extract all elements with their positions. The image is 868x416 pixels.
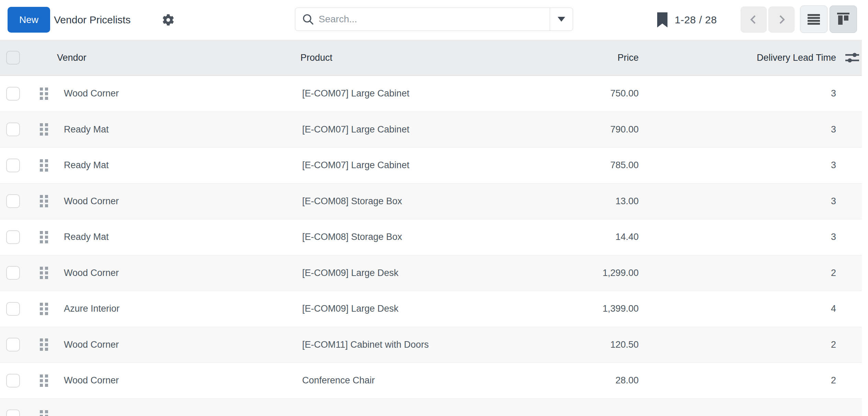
control-panel: New Vendor Pricelists 1-28 — [0, 0, 868, 40]
row-checkbox[interactable] — [6, 159, 20, 172]
drag-handle-icon[interactable] — [40, 88, 48, 100]
column-header-lead-time[interactable]: Delivery Lead Time — [639, 53, 836, 63]
drag-handle-icon[interactable] — [40, 159, 48, 172]
table-header-row: Vendor Product Price Delivery Lead Time — [0, 40, 862, 76]
drag-handle-icon[interactable] — [40, 195, 48, 207]
row-select-cell — [0, 374, 33, 388]
row-select-cell — [0, 409, 33, 416]
vendor-pricelists-table: Vendor Product Price Delivery Lead Time — [0, 40, 862, 416]
product-cell: Conference Chair — [299, 375, 522, 386]
row-checkbox[interactable] — [6, 123, 20, 136]
row-select-cell — [0, 338, 33, 351]
price-cell: 14.40 — [522, 232, 639, 242]
price-cell: 120.50 — [522, 339, 639, 350]
vendor-cell: Wood Corner — [55, 339, 299, 350]
table-row[interactable]: Wood Corner Conference Chair 28.00 2 — [0, 363, 862, 399]
table-row[interactable]: Ready Mat [E-COM08] Storage Box 14.40 3 — [0, 219, 862, 255]
page-title: Vendor Pricelists — [54, 0, 130, 40]
column-header-price[interactable]: Price — [522, 53, 639, 63]
price-cell: 1,299.00 — [522, 268, 639, 278]
search-input[interactable] — [314, 9, 550, 30]
row-select-cell — [0, 266, 33, 280]
pager-range[interactable]: 1-28 / 28 — [675, 0, 717, 40]
price-cell: 790.00 — [522, 124, 639, 135]
price-cell: 1,399.00 — [522, 303, 639, 314]
vendor-cell: Ready Mat — [55, 124, 299, 135]
vendor-cell: Wood Corner — [55, 196, 299, 207]
vendor-cell: Wood Corner — [55, 375, 299, 386]
table-row[interactable]: Ready Mat [E-COM07] Large Cabinet 790.00… — [0, 112, 862, 148]
list-view-icon — [807, 13, 821, 25]
chevron-right-icon — [775, 13, 788, 26]
sliders-icon — [845, 51, 859, 65]
row-checkbox[interactable] — [6, 374, 20, 388]
row-checkbox[interactable] — [6, 87, 20, 101]
lead-time-cell: 3 — [639, 232, 836, 242]
price-cell: 750.00 — [522, 88, 639, 99]
price-cell: 28.00 — [522, 375, 639, 386]
select-all-checkbox[interactable] — [6, 51, 20, 65]
drag-handle-icon[interactable] — [40, 303, 48, 315]
table-row[interactable]: Ready Mat [E-COM07] Large Cabinet 785.00… — [0, 148, 862, 184]
row-select-cell — [0, 230, 33, 244]
pager-next-button[interactable] — [768, 7, 795, 33]
row-select-cell — [0, 194, 33, 208]
row-select-cell — [0, 87, 33, 101]
vendor-cell: Ready Mat — [55, 160, 299, 171]
product-cell: [E-COM08] Storage Box — [299, 232, 522, 242]
vendor-cell: Wood Corner — [55, 268, 299, 278]
list-body: Wood Corner [E-COM07] Large Cabinet 750.… — [0, 76, 862, 416]
vendor-cell: Ready Mat — [55, 232, 299, 242]
drag-handle-icon[interactable] — [40, 374, 48, 387]
row-handle-cell — [33, 231, 55, 243]
row-handle-cell — [33, 195, 55, 207]
actions-menu-button[interactable] — [162, 0, 174, 40]
row-checkbox[interactable] — [6, 266, 20, 280]
drag-handle-icon[interactable] — [40, 231, 48, 243]
row-checkbox[interactable] — [6, 338, 20, 351]
new-button[interactable]: New — [8, 7, 50, 33]
vendor-cell: Wood Corner — [55, 88, 299, 99]
header-select-cell — [0, 51, 33, 65]
product-cell: [E-COM07] Large Cabinet — [299, 160, 522, 171]
lead-time-cell: 2 — [639, 268, 836, 278]
product-cell: [E-COM07] Large Cabinet — [299, 124, 522, 135]
column-header-vendor[interactable]: Vendor — [55, 53, 299, 63]
kanban-view-button[interactable] — [830, 5, 857, 33]
drag-handle-icon[interactable] — [40, 267, 48, 279]
search-options-toggle[interactable] — [550, 8, 573, 31]
lead-time-cell: 3 — [639, 88, 836, 99]
row-handle-cell — [33, 159, 55, 172]
table-row[interactable]: Wood Corner [E-COM08] Storage Box 13.00 … — [0, 184, 862, 220]
lead-time-cell: 3 — [639, 196, 836, 207]
product-cell: [E-COM11] Cabinet with Doors — [299, 339, 522, 350]
drag-handle-icon[interactable] — [40, 123, 48, 136]
row-checkbox[interactable] — [6, 409, 20, 416]
pager-previous-button[interactable] — [741, 7, 767, 33]
column-header-product[interactable]: Product — [299, 53, 522, 63]
row-checkbox[interactable] — [6, 194, 20, 208]
favorites-button[interactable] — [656, 0, 668, 40]
price-cell: 13.00 — [522, 196, 639, 207]
table-row[interactable]: Wood Corner [E-COM11] Cabinet with Doors… — [0, 327, 862, 363]
vendor-pricelists-page: New Vendor Pricelists 1-28 — [0, 0, 868, 416]
row-handle-cell — [33, 123, 55, 136]
row-checkbox[interactable] — [6, 302, 20, 316]
lead-time-cell: 2 — [639, 375, 836, 386]
list-view-button[interactable] — [800, 5, 827, 33]
gear-icon — [162, 14, 174, 26]
drag-handle-icon[interactable] — [40, 338, 48, 351]
table-row[interactable]: Azure Interior [E-COM09] Large Desk 1,39… — [0, 291, 862, 327]
table-row[interactable]: Wood Corner [E-COM09] Large Desk 1,299.0… — [0, 255, 862, 291]
row-select-cell — [0, 302, 33, 316]
drag-handle-icon[interactable] — [40, 410, 48, 416]
bookmark-icon — [656, 12, 668, 27]
optional-columns-button[interactable] — [836, 51, 862, 65]
row-handle-cell — [33, 374, 55, 387]
row-checkbox[interactable] — [6, 230, 20, 244]
search-icon — [302, 13, 314, 25]
table-row[interactable]: Wood Corner [E-COM07] Large Cabinet 750.… — [0, 76, 862, 112]
row-select-cell — [0, 123, 33, 136]
kanban-view-icon — [836, 12, 850, 27]
table-row[interactable] — [0, 399, 862, 416]
